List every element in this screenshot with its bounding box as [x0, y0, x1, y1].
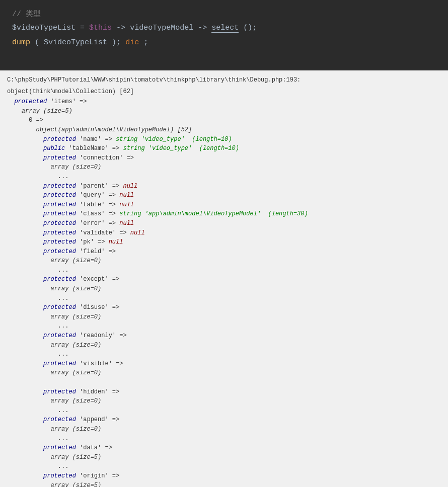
debug-line: ...	[7, 434, 441, 444]
debug-line	[7, 378, 441, 387]
debug-line: array (size=0)	[7, 396, 441, 406]
debug-line: protected 'visible' =>	[7, 359, 441, 369]
debug-line: protected 'connection' =>	[7, 153, 441, 163]
debug-line: array (size=5)	[7, 107, 441, 116]
debug-line: public 'tableName' => string 'video_type…	[7, 144, 441, 153]
code-block: // 类型 $videoTypeList = $this -> videoTyp…	[0, 0, 448, 70]
debug-line: ...	[7, 266, 441, 275]
code-dump: dump	[12, 38, 30, 47]
debug-line: protected 'except' =>	[7, 275, 441, 284]
debug-line: protected 'items' =>	[7, 97, 441, 107]
code-this: $this	[89, 24, 112, 32]
code-model-ref: videoTypeModel	[130, 24, 193, 32]
debug-line: ...	[7, 321, 441, 331]
debug-line: protected 'append' =>	[7, 415, 441, 425]
debug-line: protected 'data' =>	[7, 443, 441, 453]
debug-line: protected 'origin' =>	[7, 471, 441, 481]
debug-line: ...	[7, 350, 441, 359]
debug-path: C:\phpStudy\PHPTutorial\WWW\shipin\tomat…	[7, 75, 441, 85]
debug-line: protected 'table' => null	[7, 200, 441, 210]
debug-line: protected 'query' => null	[7, 191, 441, 200]
debug-line: protected 'readonly' =>	[7, 331, 441, 341]
debug-line: array (size=0)	[7, 256, 441, 266]
debug-line: array (size=5)	[7, 481, 441, 487]
debug-output: C:\phpStudy\PHPTutorial\WWW\shipin\tomat…	[0, 70, 448, 487]
debug-line: protected 'class' => string 'app\admin\m…	[7, 209, 441, 219]
debug-line: array (size=0)	[7, 312, 441, 322]
debug-line: protected 'field' =>	[7, 247, 441, 257]
code-die: die	[125, 38, 139, 47]
debug-line: protected 'validate' => null	[7, 228, 441, 238]
debug-line: protected 'parent' => null	[7, 182, 441, 191]
debug-line: ...	[7, 294, 441, 303]
debug-line: array (size=0)	[7, 425, 441, 434]
debug-content: protected 'items' => array (size=5) 0 =>…	[7, 97, 441, 487]
debug-line: array (size=0)	[7, 284, 441, 294]
debug-line: array (size=5)	[7, 453, 441, 462]
code-line-2: dump ( $videoTypeList ); die ;	[12, 38, 436, 47]
debug-line: array (size=0)	[7, 368, 441, 378]
debug-line: protected 'name' => string 'video_type' …	[7, 135, 441, 144]
code-select-method: select	[211, 24, 239, 33]
debug-line: 0 =>	[7, 116, 441, 125]
debug-line: protected 'disuse' =>	[7, 303, 441, 312]
debug-line: ...	[7, 172, 441, 182]
debug-line: array (size=0)	[7, 341, 441, 350]
debug-line: protected 'pk' => null	[7, 237, 441, 247]
debug-line: ...	[7, 406, 441, 416]
debug-line: protected 'hidden' =>	[7, 387, 441, 397]
debug-line: ...	[7, 462, 441, 471]
debug-line: protected 'error' => null	[7, 219, 441, 228]
debug-line: array (size=0)	[7, 163, 441, 172]
code-comment: // 类型	[12, 9, 436, 19]
debug-object-header: object(think\model\Collection) [62]	[7, 87, 441, 97]
var-videotypelist: $videoTypeList	[12, 24, 76, 32]
code-line-1: $videoTypeList = $this -> videoTypeModel…	[12, 24, 436, 32]
debug-line: object(app\admin\model\VideoTypeModel) […	[7, 125, 441, 135]
